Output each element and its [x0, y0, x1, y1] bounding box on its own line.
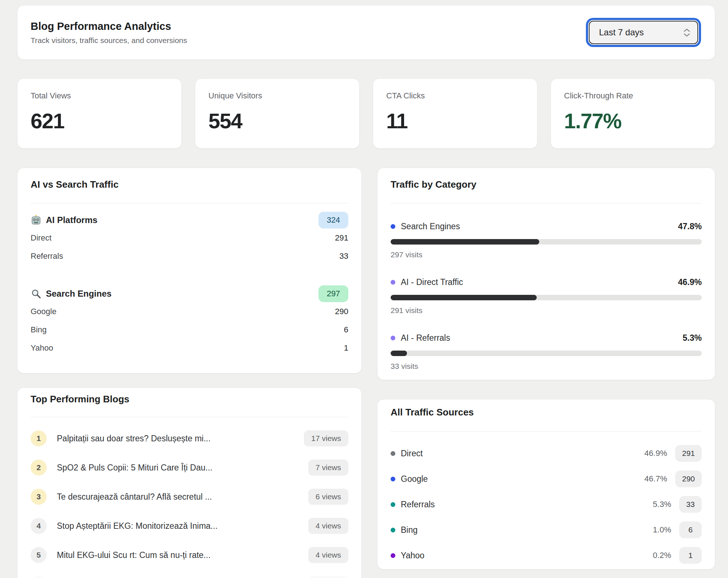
source-dot: [391, 477, 395, 481]
blog-row[interactable]: 3 Te descurajează cântarul? Află secretu…: [31, 482, 348, 511]
source-count-badge: 33: [679, 496, 702, 513]
source-percent: 46.9%: [645, 449, 667, 458]
metric-value: 6: [344, 325, 348, 335]
category-block: AI - Referrals 5.3% 33 visits: [391, 332, 702, 371]
section-header: AI Platforms 324: [31, 211, 348, 229]
header-text-block: Blog Performance Analytics Track visitor…: [31, 20, 187, 45]
metric-row: Referrals 33: [31, 247, 348, 265]
progress-bar-fill: [391, 295, 537, 300]
stat-label: Click-Through Rate: [564, 91, 702, 101]
section-name: AI Platforms: [46, 215, 97, 225]
views-badge: 6 views: [308, 489, 348, 505]
source-list: Direct 46.9% 291 Google 46.7% 290 Referr…: [391, 441, 702, 568]
category-block: AI - Direct Traffic 46.9% 291 visits: [391, 276, 702, 316]
card-title: Top Performing Blogs: [31, 394, 348, 405]
category-dot: [391, 224, 395, 229]
metric-row: Bing 6: [31, 321, 348, 339]
views-badge: [308, 576, 348, 578]
views-badge: 4 views: [308, 518, 348, 534]
rank-badge: 2: [31, 460, 47, 476]
section-header: Search Engines 297: [31, 285, 348, 302]
blog-row[interactable]: 1 Palpitații sau doar stres? Deslușește …: [31, 424, 348, 453]
divider: [391, 431, 702, 431]
blog-row[interactable]: 5 Mitul EKG-ului Scu rt: Cum să nu-ți ra…: [31, 540, 348, 570]
category-visits: 33 visits: [391, 362, 702, 371]
blog-row[interactable]: 4 Stop Așteptării EKG: Monitorizează Ini…: [31, 511, 348, 540]
card-title: All Traffic Sources: [391, 407, 702, 418]
rank-badge: 5: [31, 547, 47, 563]
category-label: Search Engines: [401, 222, 460, 231]
source-label: Yahoo: [401, 551, 424, 561]
blog-row[interactable]: 2 SpO2 & Puls Copii: 5 Mituri Care Îți D…: [31, 453, 348, 482]
source-percent: 5.3%: [653, 500, 671, 509]
traffic-by-category-card: Traffic by Category Search Engines 47.8%…: [377, 168, 715, 380]
source-dot: [391, 451, 395, 456]
stat-card-unique-visitors: Unique Visitors 554: [195, 78, 360, 149]
views-badge: 17 views: [304, 430, 348, 446]
source-row: Google 46.7% 290: [391, 466, 702, 492]
source-dot: [391, 553, 395, 558]
category-visits: 297 visits: [391, 250, 702, 260]
category-percent: 47.8%: [678, 222, 702, 231]
blog-title: Palpitații sau doar stres? Deslușește mi…: [57, 434, 211, 444]
progress-bar: [391, 351, 702, 356]
stat-value: 621: [31, 109, 168, 133]
source-row: Referrals 5.3% 33: [391, 492, 702, 517]
divider: [31, 203, 348, 203]
top-blogs-card: Top Performing Blogs 1 Palpitații sau do…: [17, 387, 362, 578]
metric-row: Direct 291: [31, 229, 348, 247]
rank-badge: 4: [31, 518, 47, 534]
stats-row: Total Views 621 Unique Visitors 554 CTA …: [17, 78, 715, 149]
search-engines-section: Search Engines 297 Google 290 Bing 6 Yah…: [31, 285, 348, 357]
category-header: AI - Referrals 5.3%: [391, 332, 702, 344]
source-count-badge: 290: [675, 470, 702, 487]
rank-badge: 3: [31, 489, 47, 505]
source-count-badge: 291: [675, 445, 702, 462]
source-label: Direct: [401, 449, 423, 458]
stat-value: 554: [208, 109, 346, 133]
source-percent: 1.0%: [653, 525, 671, 535]
source-percent: 0.2%: [653, 551, 671, 560]
stat-label: Unique Visitors: [208, 91, 346, 101]
all-traffic-sources-card: All Traffic Sources Direct 46.9% 291 Goo…: [377, 399, 715, 570]
rank-badge: [31, 576, 47, 578]
page-title: Blog Performance Analytics: [31, 20, 187, 33]
blog-title: Te descurajează cântarul? Află secretul …: [57, 492, 212, 502]
blog-title: SpO2 & Puls Copii: 5 Mituri Care Îți Dau…: [57, 463, 212, 473]
progress-bar-fill: [391, 239, 539, 245]
source-row: Bing 1.0% 6: [391, 517, 702, 543]
stat-card-cta-clicks: CTA Clicks 11: [373, 78, 537, 149]
progress-bar: [391, 239, 702, 245]
metric-value: 291: [335, 233, 348, 243]
source-dot: [391, 528, 395, 532]
date-range-value: Last 7 days: [599, 27, 644, 38]
metric-label: Google: [31, 307, 56, 316]
source-row: Direct 46.9% 291: [391, 441, 702, 466]
stat-label: Total Views: [31, 91, 168, 101]
category-label: AI - Referrals: [401, 333, 450, 343]
right-column: Traffic by Category Search Engines 47.8%…: [377, 168, 715, 570]
category-dot: [391, 336, 395, 340]
progress-bar-fill: [391, 351, 407, 356]
divider: [391, 203, 702, 203]
category-percent: 5.3%: [683, 333, 702, 343]
source-label: Bing: [401, 525, 418, 535]
chevron-up-down-icon: [684, 28, 690, 37]
metric-label: Yahoo: [31, 343, 53, 353]
date-range-select[interactable]: Last 7 days: [589, 21, 698, 44]
stat-value: 11: [386, 109, 524, 133]
category-header: AI - Direct Traffic 46.9%: [391, 276, 702, 288]
metric-value: 290: [335, 307, 348, 316]
stat-card-click-through-rate: Click-Through Rate 1.77%: [551, 78, 715, 149]
category-percent: 46.9%: [678, 277, 702, 287]
total-badge: 324: [318, 212, 348, 229]
left-column: AI vs Search Traffic AI Platfo: [17, 168, 362, 578]
source-label: Google: [401, 474, 428, 484]
stat-value: 1.77%: [564, 109, 702, 133]
category-visits: 291 visits: [391, 306, 702, 316]
views-badge: 4 views: [308, 547, 348, 563]
source-count-badge: 6: [679, 522, 702, 538]
blog-title: Mitul EKG-ului Scu rt: Cum să nu-ți rate…: [57, 550, 211, 560]
metric-label: Bing: [31, 325, 47, 335]
source-count-badge: 1: [679, 547, 702, 564]
